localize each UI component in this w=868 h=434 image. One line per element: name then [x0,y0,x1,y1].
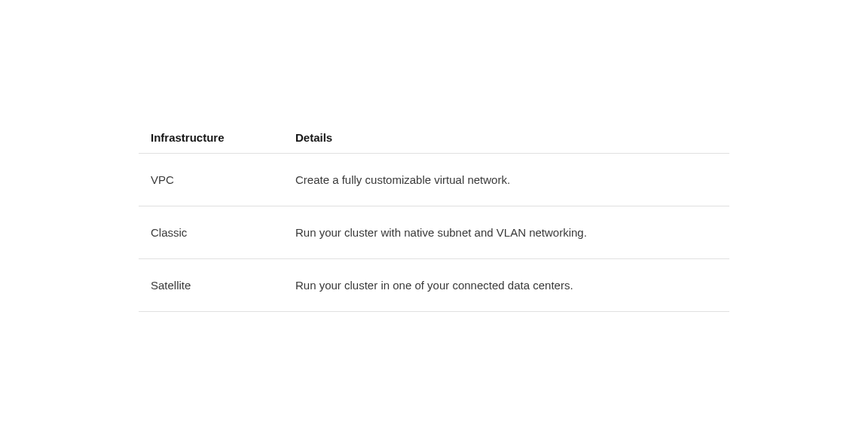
cell-details: Run your cluster in one of your connecte… [283,259,729,312]
header-details: Details [283,122,729,154]
cell-details: Run your cluster with native subnet and … [283,206,729,259]
header-infrastructure: Infrastructure [139,122,283,154]
cell-infrastructure: VPC [139,154,283,206]
table-row: VPC Create a fully customizable virtual … [139,154,729,206]
cell-infrastructure: Classic [139,206,283,259]
table-header-row: Infrastructure Details [139,122,729,154]
table-row: Classic Run your cluster with native sub… [139,206,729,259]
infrastructure-table-container: Infrastructure Details VPC Create a full… [139,122,729,312]
cell-infrastructure: Satellite [139,259,283,312]
cell-details: Create a fully customizable virtual netw… [283,154,729,206]
table-row: Satellite Run your cluster in one of you… [139,259,729,312]
infrastructure-table: Infrastructure Details VPC Create a full… [139,122,729,312]
